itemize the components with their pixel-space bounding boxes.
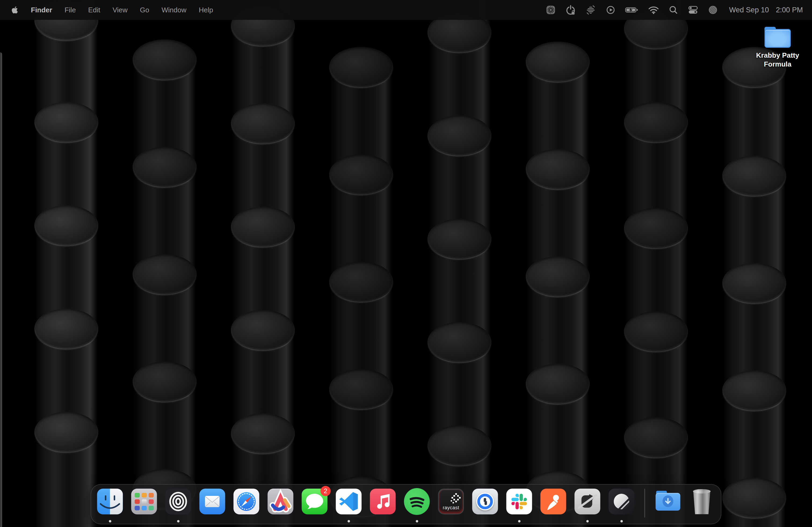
dock-item-finder[interactable] bbox=[97, 488, 123, 514]
control-center-icon[interactable] bbox=[688, 0, 698, 20]
vscode-icon bbox=[336, 488, 362, 514]
desktop-folder-label: Krabby Patty Formula bbox=[753, 51, 802, 69]
raycast-icon: raycast bbox=[438, 488, 464, 514]
menu-item-go[interactable]: Go bbox=[134, 0, 156, 20]
dock-divider bbox=[644, 488, 645, 517]
power-lock-menu-icon[interactable] bbox=[565, 0, 576, 20]
dock-item-postman[interactable] bbox=[540, 488, 566, 514]
menu-bar-clock[interactable]: Wed Sep 10 2:00 PM bbox=[729, 6, 803, 14]
macos-desktop: Finder File Edit View Go Window Help bbox=[0, 0, 812, 527]
lens-menu-icon[interactable] bbox=[708, 0, 718, 20]
dock-item-raycast[interactable]: raycast bbox=[438, 488, 464, 514]
menu-bar-left: Finder File Edit View Go Window Help bbox=[11, 0, 219, 20]
apple-music-icon bbox=[370, 488, 396, 514]
hatched-diamond-menu-icon[interactable] bbox=[585, 0, 596, 20]
menu-item-file[interactable]: File bbox=[58, 0, 82, 20]
sunburst-menu-icon[interactable] bbox=[546, 0, 556, 20]
dia-icon bbox=[575, 488, 600, 514]
raycast-label: raycast bbox=[439, 505, 463, 511]
spotlight-search-icon[interactable] bbox=[669, 0, 678, 20]
menu-bar-status: Wed Sep 10 2:00 PM bbox=[546, 0, 803, 20]
wallpaper bbox=[0, 0, 812, 527]
apple-menu-icon[interactable] bbox=[11, 6, 18, 14]
wifi-icon[interactable] bbox=[648, 0, 659, 20]
dock: 2 raycast bbox=[91, 484, 722, 524]
slack-icon bbox=[506, 488, 532, 514]
finder-icon bbox=[97, 488, 123, 514]
trash-icon bbox=[693, 491, 711, 515]
battery-charging-icon[interactable] bbox=[625, 0, 639, 20]
dock-item-orbstack[interactable] bbox=[165, 488, 191, 514]
clock-time: 2:00 PM bbox=[776, 6, 803, 14]
dock-item-messages[interactable]: 2 bbox=[302, 488, 328, 514]
launchpad-icon bbox=[131, 488, 157, 514]
menu-item-finder[interactable]: Finder bbox=[25, 0, 58, 20]
dock-item-arc[interactable] bbox=[268, 488, 293, 514]
dock-item-mail[interactable] bbox=[200, 488, 225, 514]
dock-item-dia[interactable] bbox=[575, 488, 600, 514]
dock-item-slack[interactable] bbox=[506, 488, 532, 514]
dock-item-linear[interactable] bbox=[609, 488, 635, 514]
dock-item-safari[interactable] bbox=[234, 488, 259, 514]
dock-item-music[interactable] bbox=[370, 488, 396, 514]
orbstack-icon bbox=[165, 488, 191, 514]
dock-item-trash[interactable] bbox=[689, 488, 715, 514]
notification-badge: 2 bbox=[321, 486, 331, 496]
postman-icon bbox=[540, 488, 566, 514]
menu-item-help[interactable]: Help bbox=[192, 0, 219, 20]
dock-item-launchpad[interactable] bbox=[131, 488, 157, 514]
dock-item-1password[interactable] bbox=[472, 488, 498, 514]
linear-icon bbox=[609, 488, 635, 514]
dock-item-downloads[interactable] bbox=[655, 488, 681, 514]
1password-icon bbox=[472, 488, 498, 514]
menu-item-window[interactable]: Window bbox=[156, 0, 192, 20]
downloads-folder-icon bbox=[655, 488, 681, 514]
safari-icon bbox=[234, 488, 259, 514]
menu-item-view[interactable]: View bbox=[106, 0, 134, 20]
dock-item-spotify[interactable] bbox=[404, 488, 430, 514]
mail-icon bbox=[200, 488, 225, 514]
menu-item-edit[interactable]: Edit bbox=[82, 0, 106, 20]
folder-icon bbox=[765, 27, 791, 48]
menu-bar: Finder File Edit View Go Window Help bbox=[0, 0, 812, 20]
dock-item-vscode[interactable] bbox=[336, 488, 362, 514]
desktop-folder-krabby-patty-formula[interactable]: Krabby Patty Formula bbox=[753, 27, 802, 69]
clock-date: Wed Sep 10 bbox=[729, 6, 769, 14]
now-playing-icon[interactable] bbox=[606, 0, 616, 20]
